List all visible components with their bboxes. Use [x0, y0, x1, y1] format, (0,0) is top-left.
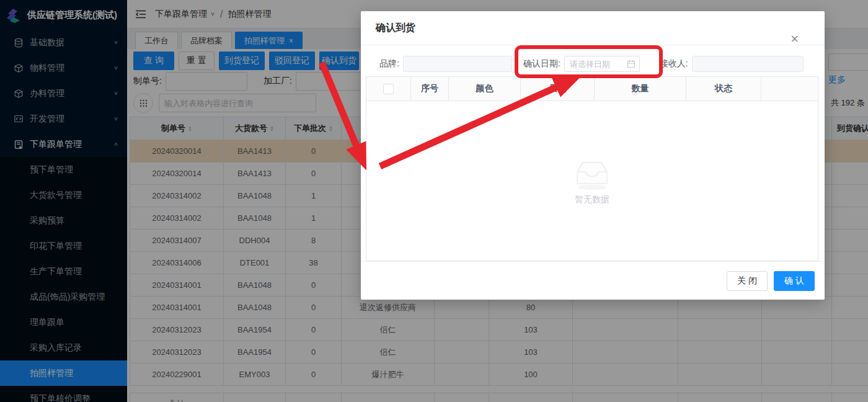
modal-header-cell — [761, 77, 818, 100]
confirm-date-input[interactable] — [570, 60, 627, 69]
modal-header-cell: 状态 — [686, 77, 761, 100]
modal-title: 确认到货 — [376, 22, 415, 35]
receiver-input[interactable] — [692, 56, 804, 72]
confirm-arrival-modal: 确认到货 × 品牌: 确认日期: 接收人: 序号颜色尺码数量状态 — [361, 11, 825, 300]
brand-input[interactable] — [403, 56, 512, 72]
confirm-button[interactable]: 确 认 — [774, 271, 815, 291]
modal-header-cell: 颜色 — [449, 77, 521, 100]
empty-box-icon — [570, 157, 614, 190]
receiver-label: 接收人: — [660, 58, 688, 69]
modal-header: 确认到货 — [361, 11, 825, 45]
calendar-icon — [627, 60, 636, 68]
close-button[interactable]: 关 闭 — [727, 271, 768, 291]
select-all-cell — [366, 77, 411, 100]
confirm-date-picker[interactable] — [564, 56, 640, 72]
modal-footer: 关 闭 确 认 — [361, 261, 825, 300]
close-icon[interactable]: × — [790, 32, 799, 46]
modal-header-cell: 尺码 — [521, 77, 595, 100]
modal-header-cell: 数量 — [595, 77, 686, 100]
modal-fields: 品牌: 确认日期: 接收人: — [361, 55, 825, 73]
empty-text: 暂无数据 — [575, 194, 609, 205]
select-all-checkbox[interactable] — [383, 84, 394, 94]
modal-table: 序号颜色尺码数量状态 暂无数据 — [366, 76, 818, 261]
modal-header-cell: 序号 — [411, 77, 449, 100]
modal-table-empty: 暂无数据 — [366, 101, 818, 261]
app-root: 供应链管理系统(测试) 基础数据∨物料管理∨办料管理∨开发管理∨下单跟单管理∧ … — [0, 0, 868, 402]
confirm-date-label: 确认日期: — [523, 58, 560, 69]
brand-label: 品牌: — [379, 58, 399, 69]
modal-table-header: 序号颜色尺码数量状态 — [366, 77, 818, 101]
